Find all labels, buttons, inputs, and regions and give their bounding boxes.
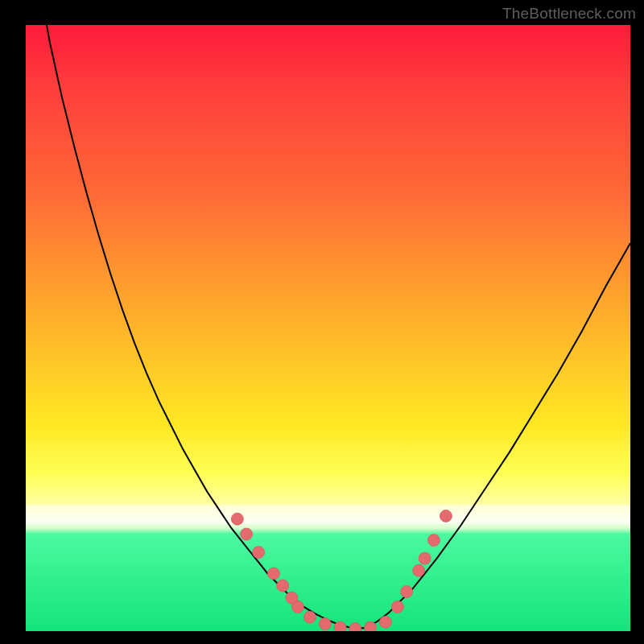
marker-right-3 — [419, 552, 431, 564]
plot-area — [26, 25, 630, 631]
marker-right-2 — [413, 564, 425, 576]
marker-left-0 — [231, 513, 243, 525]
marker-right-4 — [427, 535, 440, 547]
marker-left-2 — [253, 547, 265, 559]
marker-left-4 — [277, 580, 289, 592]
marker-bottom-0 — [303, 611, 316, 623]
marker-right-0 — [391, 601, 403, 613]
marker-bottom-5 — [379, 616, 391, 628]
bottleneck-curve — [26, 25, 630, 628]
marker-left-6 — [291, 601, 303, 613]
attribution-text: TheBottleneck.com — [502, 5, 636, 23]
chart-svg — [26, 25, 630, 631]
marker-bottom-4 — [365, 621, 377, 631]
marker-left-1 — [241, 528, 253, 540]
marker-bottom-3 — [349, 622, 361, 631]
marker-bottom-2 — [334, 621, 346, 631]
marker-left-3 — [267, 568, 279, 580]
marker-right-5 — [440, 510, 452, 522]
marker-right-1 — [401, 586, 413, 598]
marker-bottom-1 — [319, 617, 331, 630]
chart-frame: TheBottleneck.com — [0, 0, 644, 644]
